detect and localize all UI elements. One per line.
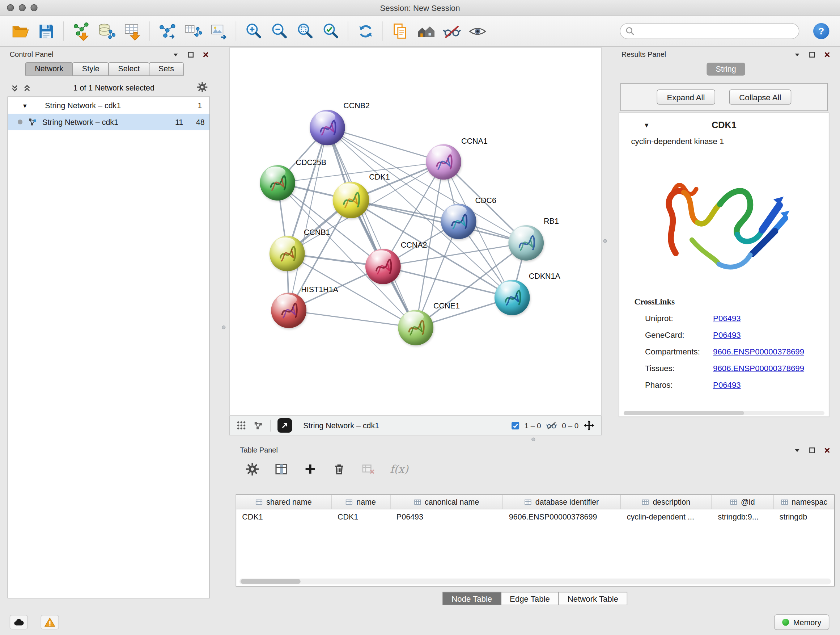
close-panel-icon[interactable] bbox=[202, 51, 209, 58]
edge-CCNB2-CCNE1[interactable] bbox=[327, 127, 416, 327]
birds-eye-grid-icon[interactable] bbox=[236, 420, 246, 431]
edge-CCNA2-CDKN1A[interactable] bbox=[383, 266, 512, 298]
add-column-icon[interactable] bbox=[303, 462, 317, 477]
tab-sets[interactable]: Sets bbox=[149, 62, 183, 76]
column-header-canonical-name[interactable]: canonical name bbox=[391, 495, 503, 509]
open-folder-icon[interactable] bbox=[8, 19, 33, 43]
float-panel-icon[interactable] bbox=[809, 447, 815, 454]
collapse-panel-icon[interactable] bbox=[172, 51, 179, 58]
new-network-icon[interactable] bbox=[154, 19, 180, 43]
open-external-button[interactable] bbox=[278, 418, 292, 432]
tab-select[interactable]: Select bbox=[109, 62, 149, 76]
control-panel-title: Control Panel bbox=[10, 50, 54, 58]
expand-all-button[interactable]: Expand All bbox=[657, 89, 715, 104]
node-CCNB2[interactable] bbox=[309, 110, 345, 146]
network-row-selected[interactable]: String Network – cdk1 11 48 bbox=[8, 114, 210, 130]
column-header-@id[interactable]: @id bbox=[712, 495, 774, 509]
zoom-out-icon[interactable] bbox=[266, 19, 292, 43]
network-row-label: String Network – cdk1 bbox=[42, 118, 118, 126]
cloud-status-button[interactable] bbox=[10, 615, 28, 630]
tab-edge-table[interactable]: Edge Table bbox=[501, 592, 559, 605]
column-header-description[interactable]: description bbox=[621, 495, 712, 509]
node-CCNA2[interactable] bbox=[365, 249, 401, 284]
selected-checkbox-icon[interactable] bbox=[511, 421, 519, 430]
search-input[interactable] bbox=[620, 23, 799, 39]
copy-icon[interactable] bbox=[387, 19, 413, 43]
column-header-shared-name[interactable]: shared name bbox=[236, 495, 332, 509]
network-options-gear-icon[interactable] bbox=[196, 81, 208, 95]
node-HIST1H1A[interactable] bbox=[271, 293, 306, 328]
import-network-db-icon[interactable] bbox=[94, 19, 119, 43]
node-CDKN1A[interactable] bbox=[494, 280, 530, 315]
memory-button[interactable]: Memory bbox=[774, 614, 829, 630]
show-details-icon[interactable] bbox=[464, 19, 490, 43]
expand-all-icon[interactable] bbox=[23, 84, 31, 92]
results-hscrollbar[interactable] bbox=[624, 411, 824, 415]
tab-string[interactable]: String bbox=[706, 63, 745, 76]
node-CCNA1[interactable] bbox=[426, 144, 461, 180]
float-panel-icon[interactable] bbox=[187, 51, 194, 58]
node-label-CCNB2: CCNB2 bbox=[343, 101, 370, 110]
export-image-icon[interactable] bbox=[206, 19, 232, 43]
hidden-glasses-icon[interactable] bbox=[546, 420, 557, 431]
table-hscrollbar[interactable] bbox=[240, 578, 831, 584]
crosslink-genecard-link[interactable]: P06493 bbox=[713, 330, 741, 339]
zoom-in-icon[interactable] bbox=[240, 19, 266, 43]
crosslink-tissues-link[interactable]: 9606.ENSP00000378699 bbox=[713, 363, 804, 372]
collapse-all-icon[interactable] bbox=[11, 84, 19, 92]
tab-style[interactable]: Style bbox=[73, 62, 109, 76]
left-splitter-handle[interactable] bbox=[222, 325, 225, 329]
collapse-panel-icon[interactable] bbox=[794, 447, 801, 454]
right-splitter-handle[interactable] bbox=[603, 239, 607, 242]
disclosure-triangle-icon[interactable]: ▼ bbox=[22, 102, 28, 109]
edge-HIST1H1A-CCNE1[interactable] bbox=[289, 310, 416, 327]
save-icon[interactable] bbox=[33, 19, 59, 43]
table-row[interactable]: CDK1CDK1P064939606.ENSP00000378699cyclin… bbox=[236, 509, 834, 524]
tab-node-table[interactable]: Node Table bbox=[442, 592, 501, 605]
crosslink-pharos-link[interactable]: P06493 bbox=[713, 380, 741, 389]
column-header-database-identifier[interactable]: database identifier bbox=[503, 495, 621, 509]
network-collection-row[interactable]: ▼ String Network – cdk1 1 bbox=[8, 97, 210, 114]
network-share-icon[interactable] bbox=[253, 421, 263, 431]
zoom-selected-icon[interactable] bbox=[317, 19, 343, 43]
table-hscroll-thumb[interactable] bbox=[240, 579, 301, 584]
close-panel-icon[interactable] bbox=[824, 51, 831, 58]
gene-disclosure-icon[interactable]: ▼ bbox=[644, 122, 650, 129]
crosslink-compartments-link[interactable]: 9606.ENSP00000378699 bbox=[713, 347, 804, 356]
node-CDC25B[interactable] bbox=[260, 165, 295, 201]
float-panel-icon[interactable] bbox=[809, 51, 815, 58]
edge-CDK1-RB1[interactable] bbox=[351, 200, 526, 242]
refresh-icon[interactable] bbox=[352, 19, 378, 43]
column-header-namespac[interactable]: namespac bbox=[774, 495, 835, 509]
delete-column-icon[interactable] bbox=[332, 462, 346, 477]
network-from-table-icon[interactable] bbox=[180, 19, 206, 43]
zoom-fit-icon[interactable] bbox=[292, 19, 317, 43]
tab-network[interactable]: Network bbox=[25, 62, 73, 76]
node-CDC6[interactable] bbox=[441, 204, 477, 239]
column-header-name[interactable]: name bbox=[332, 495, 391, 509]
protein-structure-image bbox=[654, 154, 794, 288]
pan-move-icon[interactable] bbox=[584, 420, 595, 431]
collapse-panel-icon[interactable] bbox=[794, 51, 801, 58]
node-CCNE1[interactable] bbox=[398, 310, 433, 345]
edge-CCNB2-HIST1H1A[interactable] bbox=[289, 127, 327, 310]
horizontal-splitter-handle[interactable] bbox=[531, 437, 535, 441]
edge-CCNB2-CCNA1[interactable] bbox=[327, 127, 444, 162]
table-body: CDK1CDK1P064939606.ENSP00000378699cyclin… bbox=[236, 509, 834, 524]
show-columns-icon[interactable] bbox=[274, 462, 288, 477]
table-settings-gear-icon[interactable] bbox=[245, 462, 259, 477]
crosslink-uniprot-link[interactable]: P06493 bbox=[713, 314, 741, 323]
node-RB1[interactable] bbox=[508, 225, 544, 261]
network-canvas[interactable]: CCNB2CCNA1CDC25BCDK1CDC6RB1CCNB1CCNA2CDK… bbox=[229, 47, 602, 415]
node-CCNB1[interactable] bbox=[270, 236, 305, 272]
collapse-all-button[interactable]: Collapse All bbox=[729, 89, 791, 104]
warning-status-button[interactable] bbox=[41, 615, 59, 630]
close-panel-icon[interactable] bbox=[824, 447, 831, 454]
import-table-icon[interactable] bbox=[119, 19, 145, 43]
hide-details-icon[interactable] bbox=[439, 19, 464, 43]
help-button[interactable]: ? bbox=[813, 23, 829, 39]
tab-network-table[interactable]: Network Table bbox=[559, 592, 628, 605]
home-icon[interactable] bbox=[413, 19, 439, 43]
import-network-file-icon[interactable] bbox=[68, 19, 94, 43]
node-CDK1[interactable] bbox=[333, 182, 369, 218]
